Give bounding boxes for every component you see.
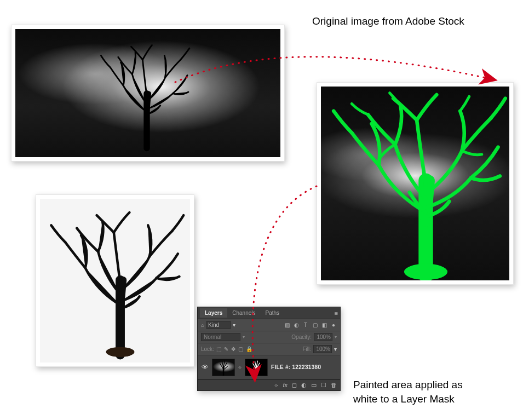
add-mask-icon[interactable]: ◻ — [292, 382, 297, 389]
masked-tree — [45, 202, 188, 363]
kind-filter-input[interactable] — [206, 321, 231, 329]
filter-toggle-icon[interactable]: ● — [330, 322, 337, 329]
lock-row: Lock: ⬚ ✎ ✥ ▢ 🔒 Fill: 100% ▾ — [198, 343, 340, 355]
fill-label: Fill: — [302, 346, 311, 352]
original-tree — [95, 32, 199, 157]
caption-mask: Painted area applied as white to a Layer… — [353, 378, 463, 406]
masked-image — [40, 199, 190, 363]
tab-paths[interactable]: Paths — [261, 308, 285, 318]
svg-point-1 — [106, 347, 135, 357]
green-tree — [326, 87, 507, 280]
visibility-eye-icon[interactable]: 👁 — [201, 363, 209, 371]
panel-tabs: Layers Channels Paths ≡ — [198, 307, 340, 319]
caption-line2: white to a Layer Mask — [353, 393, 455, 405]
lock-brush-icon[interactable]: ✎ — [224, 346, 228, 352]
layer-thumbnail[interactable] — [212, 359, 235, 376]
blend-row: Normal ▾ Opacity: 100% ▾ — [198, 331, 340, 343]
layer-mask-thumbnail[interactable] — [245, 359, 268, 376]
chevron-down-icon[interactable]: ▾ — [334, 346, 337, 352]
lock-all-icon[interactable]: 🔒 — [246, 346, 252, 352]
chevron-down-icon[interactable]: ▾ — [233, 322, 235, 328]
layer-row[interactable]: 👁 ⟐ FILE #: — [198, 355, 340, 379]
adjustment-layer-icon[interactable]: ◐ — [301, 382, 307, 389]
lock-position-icon[interactable]: ✥ — [231, 346, 235, 352]
fx-icon[interactable]: fx — [283, 382, 288, 389]
fill-value[interactable]: 100% — [313, 345, 332, 353]
chevron-down-icon[interactable]: ▾ — [335, 335, 337, 340]
tab-channels[interactable]: Channels — [227, 308, 260, 318]
chevron-down-icon[interactable]: ▾ — [243, 335, 245, 340]
opacity-label: Opacity: — [291, 334, 312, 340]
caption-line1: Painted area applied as — [353, 379, 463, 390]
lock-label: Lock: — [201, 346, 214, 352]
svg-point-0 — [404, 264, 447, 280]
layers-panel: Layers Channels Paths ≡ ⌕ ▾ ▧ ◐ T ▢ ◧ ● … — [197, 307, 341, 391]
panel-footer: ⟐ fx ◻ ◐ ▭ ☐ 🗑 — [198, 379, 340, 390]
filter-adjustment-icon[interactable]: ◐ — [293, 322, 300, 329]
search-icon: ⌕ — [201, 322, 204, 328]
frame-green-painted — [317, 82, 514, 285]
filter-row: ⌕ ▾ ▧ ◐ T ▢ ◧ ● — [198, 319, 340, 331]
frame-masked-result — [36, 194, 194, 367]
opacity-value[interactable]: 100% — [314, 333, 332, 341]
lock-artboard-icon[interactable]: ▢ — [238, 346, 243, 352]
blend-mode-select[interactable]: Normal — [201, 333, 240, 341]
panel-menu-icon[interactable]: ≡ — [335, 310, 338, 317]
thumb-tree-icon — [216, 359, 231, 376]
original-image — [15, 29, 280, 157]
filter-smart-icon[interactable]: ◧ — [321, 322, 327, 329]
filter-pixel-icon[interactable]: ▧ — [284, 322, 290, 329]
caption-text: Original image from Adobe Stock — [312, 15, 464, 27]
link-icon[interactable]: ⟐ — [238, 364, 242, 370]
layer-name-label[interactable]: FILE #: 122231380 — [271, 364, 321, 370]
filter-shape-icon[interactable]: ▢ — [312, 322, 318, 329]
lock-pixels-icon[interactable]: ⬚ — [216, 346, 221, 352]
mask-tree-icon — [249, 359, 263, 376]
link-layers-icon[interactable]: ⟐ — [274, 382, 278, 389]
new-layer-icon[interactable]: ☐ — [321, 382, 326, 389]
group-icon[interactable]: ▭ — [311, 382, 317, 389]
tab-layers[interactable]: Layers — [200, 308, 227, 318]
frame-original-image — [11, 25, 285, 162]
green-image — [321, 87, 509, 280]
delete-layer-icon[interactable]: 🗑 — [331, 382, 337, 389]
filter-type-icon[interactable]: T — [302, 322, 309, 329]
caption-original: Original image from Adobe Stock — [312, 15, 464, 27]
